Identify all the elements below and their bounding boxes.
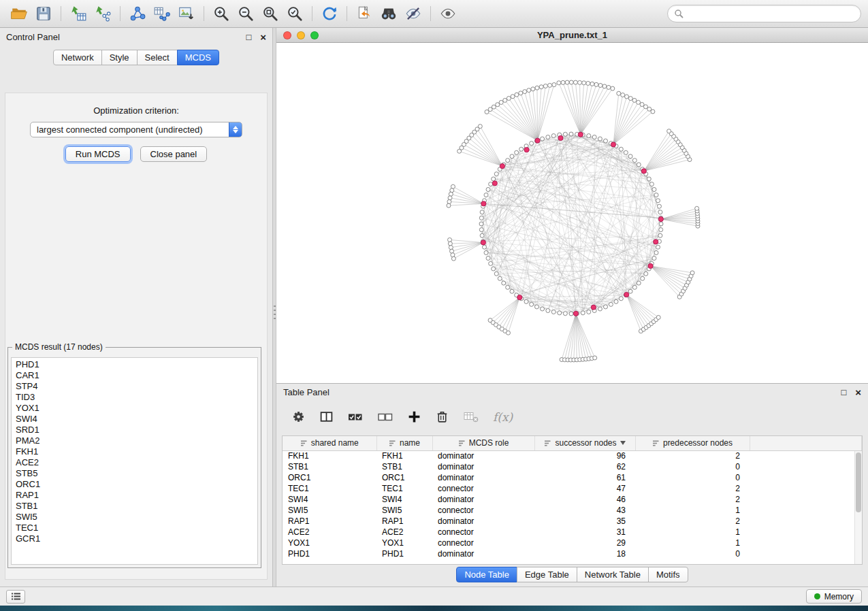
table-row[interactable]: ACE2ACE2connector311: [283, 527, 862, 538]
window-minimize-light[interactable]: [297, 31, 305, 39]
search-field[interactable]: [667, 5, 861, 22]
import-table-icon: [69, 5, 87, 22]
mcds-result-title: MCDS result (17 nodes): [12, 342, 106, 352]
close-panel-icon[interactable]: ×: [260, 32, 266, 42]
column-header-predecessor-nodes[interactable]: predecessor nodes: [635, 436, 750, 450]
tab-network[interactable]: Network: [53, 50, 102, 65]
table-row[interactable]: FKH1FKH1dominator962: [283, 450, 862, 461]
column-header-shared-name[interactable]: shared name: [283, 436, 376, 450]
zoom-selected-button[interactable]: [283, 3, 307, 24]
memory-status-dot: [814, 593, 820, 599]
mcds-result-item[interactable]: ACE2: [12, 457, 257, 468]
run-mcds-button[interactable]: Run MCDS: [65, 146, 131, 162]
control-panel: Control Panel □ × Network Style Select M…: [0, 28, 273, 587]
table-row[interactable]: YOX1YOX1connector291: [283, 538, 862, 548]
network-graph[interactable]: [276, 43, 868, 383]
window-close-light[interactable]: [283, 31, 291, 39]
table-row[interactable]: SWI4SWI4dominator462: [283, 494, 862, 505]
table-row[interactable]: SWI5SWI5connector431: [283, 505, 862, 516]
toolbar-separator: [347, 6, 347, 21]
mcds-result-item[interactable]: STP4: [12, 381, 257, 392]
close-panel-button[interactable]: Close panel: [140, 146, 208, 162]
dropdown-stepper-icon: [229, 122, 242, 137]
zoom-selected-icon: [286, 5, 304, 22]
search-icon: [674, 9, 684, 18]
mcds-result-item[interactable]: FKH1: [12, 446, 257, 457]
open-file-button[interactable]: [7, 3, 31, 24]
mcds-result-item[interactable]: TID3: [12, 392, 257, 403]
show-columns-icon[interactable]: [319, 410, 334, 424]
column-sort-icon: [652, 440, 660, 447]
column-sort-icon: [544, 440, 551, 447]
export-image-button[interactable]: [174, 3, 199, 24]
new-network-button[interactable]: [125, 3, 150, 24]
mcds-result-list[interactable]: PHD1CAR1STP4TID3YOX1SWI4SRD1PMA2FKH1ACE2…: [11, 357, 258, 565]
tab-network-table[interactable]: Network Table: [577, 567, 649, 582]
search-network-button[interactable]: [376, 3, 401, 24]
save-session-button[interactable]: [31, 3, 56, 24]
float-panel-icon[interactable]: □: [246, 33, 251, 42]
memory-button[interactable]: Memory: [806, 589, 862, 604]
zoom-in-button[interactable]: [209, 3, 234, 24]
mcds-result-item[interactable]: CAR1: [12, 370, 257, 381]
network-window-titlebar[interactable]: YPA_prune.txt_1: [276, 28, 868, 43]
tab-select[interactable]: Select: [137, 50, 178, 65]
table-panel-title: Table Panel: [283, 387, 329, 397]
settings-gear-icon[interactable]: [291, 410, 306, 424]
mcds-result-item[interactable]: GCR1: [12, 533, 257, 544]
close-table-panel-icon[interactable]: ×: [855, 387, 861, 397]
show-graphics-details-button[interactable]: [436, 3, 460, 24]
mcds-result-item[interactable]: SWI5: [12, 512, 257, 523]
mcds-result-item[interactable]: STB1: [12, 501, 257, 512]
criterion-dropdown-value: largest connected component (undirected): [37, 125, 203, 135]
zoom-in-icon: [212, 5, 230, 22]
mcds-result-item[interactable]: STB5: [12, 468, 257, 479]
select-all-icon[interactable]: [347, 410, 364, 424]
refresh-button[interactable]: [317, 3, 342, 24]
search-network-icon: [380, 5, 398, 22]
mcds-result-item[interactable]: PHD1: [12, 359, 257, 370]
table-row[interactable]: STB1STB1dominator620: [283, 461, 862, 472]
delete-row-icon[interactable]: [435, 410, 449, 424]
column-header-mcds-role[interactable]: MCDS role: [432, 436, 534, 450]
status-menu-button[interactable]: [6, 590, 25, 604]
delete-table-icon[interactable]: [463, 410, 479, 424]
table-row[interactable]: PHD1PHD1dominator180: [283, 548, 862, 559]
splitter-handle-icon: [274, 306, 276, 322]
mcds-result-item[interactable]: ORC1: [12, 479, 257, 490]
tab-motifs[interactable]: Motifs: [648, 567, 688, 582]
criterion-dropdown[interactable]: largest connected component (undirected): [30, 122, 242, 137]
mcds-result-item[interactable]: SWI4: [12, 414, 257, 425]
add-row-icon[interactable]: [407, 410, 421, 424]
table-row[interactable]: TEC1TEC1connector472: [283, 483, 862, 494]
search-input[interactable]: [688, 9, 854, 19]
clear-selection-icon[interactable]: [377, 410, 393, 424]
tab-style[interactable]: Style: [101, 50, 138, 65]
mcds-result-item[interactable]: YOX1: [12, 403, 257, 414]
import-network-button[interactable]: [91, 3, 115, 24]
column-header-successor-nodes[interactable]: successor nodes: [534, 436, 635, 450]
main-toolbar: [0, 0, 868, 28]
share-document-button[interactable]: [352, 3, 376, 24]
zoom-fit-button[interactable]: [258, 3, 283, 24]
tab-node-table[interactable]: Node Table: [456, 567, 517, 582]
table-row[interactable]: ORC1ORC1dominator610: [283, 472, 862, 483]
network-canvas[interactable]: [276, 43, 868, 383]
table-scrollbar[interactable]: [854, 451, 862, 564]
float-table-panel-icon[interactable]: □: [841, 388, 846, 397]
mcds-result-item[interactable]: TEC1: [12, 523, 257, 533]
mcds-result-item[interactable]: SRD1: [12, 425, 257, 435]
column-header-name[interactable]: name: [376, 436, 432, 450]
mcds-result-item[interactable]: PMA2: [12, 435, 257, 446]
table-row[interactable]: RAP1RAP1dominator352: [283, 516, 862, 527]
table-scrollbar-thumb[interactable]: [856, 452, 861, 512]
network-from-table-button[interactable]: [150, 3, 174, 24]
window-zoom-light[interactable]: [310, 31, 319, 39]
import-table-button[interactable]: [66, 3, 91, 24]
tab-edge-table[interactable]: Edge Table: [517, 567, 577, 582]
apply-function-button[interactable]: f(x): [493, 410, 513, 424]
tab-mcds[interactable]: MCDS: [177, 50, 219, 65]
hide-graphics-details-button[interactable]: [401, 3, 425, 24]
zoom-out-button[interactable]: [234, 3, 258, 24]
mcds-result-item[interactable]: RAP1: [12, 490, 257, 501]
